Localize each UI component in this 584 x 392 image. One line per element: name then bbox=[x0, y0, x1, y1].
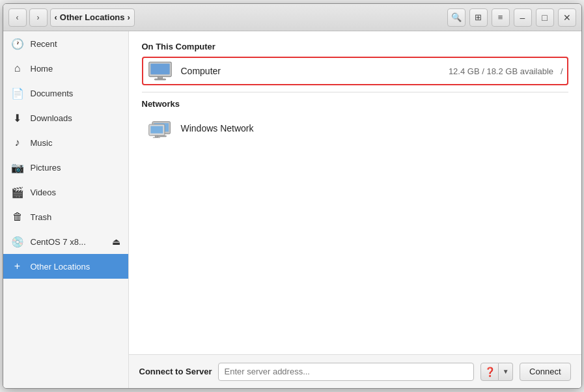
sidebar-icon-downloads: ⬇ bbox=[11, 112, 24, 124]
computer-name: Computer bbox=[181, 66, 221, 76]
sidebar-label-documents: Documents bbox=[31, 89, 120, 98]
view-list-icon: ⊞ bbox=[475, 12, 482, 22]
main-area: 🕐Recent⌂Home📄Documents⬇Downloads♪Music📷P… bbox=[3, 31, 581, 388]
breadcrumb-next-icon: › bbox=[128, 12, 130, 22]
titlebar-controls: 🔍 ⊞ ≡ – □ ✕ bbox=[447, 8, 576, 27]
minimize-icon: – bbox=[520, 12, 525, 23]
sidebar-icon-pictures: 📷 bbox=[11, 161, 24, 174]
sidebar-label-pictures: Pictures bbox=[31, 163, 120, 173]
sidebar-icon-trash: 🗑 bbox=[11, 211, 24, 223]
sidebar-item-centos[interactable]: 💿CentOS 7 x8...⏏ bbox=[3, 229, 128, 254]
sidebar-label-home: Home bbox=[31, 64, 120, 74]
sidebar-icon-centos: 💿 bbox=[11, 236, 24, 248]
location-label: Other Locations bbox=[60, 12, 125, 22]
on-this-computer-title: On This Computer bbox=[142, 42, 568, 51]
sidebar-item-pictures[interactable]: 📷Pictures bbox=[3, 155, 128, 180]
bookmark-button[interactable]: ❓ bbox=[480, 363, 499, 381]
sidebar-icon-videos: 🎬 bbox=[11, 186, 24, 199]
dropdown-button[interactable]: ▼ bbox=[499, 363, 513, 381]
svg-rect-1 bbox=[150, 64, 169, 74]
sidebar-icon-recent: 🕐 bbox=[11, 38, 24, 50]
sidebar: 🕐Recent⌂Home📄Documents⬇Downloads♪Music📷P… bbox=[3, 31, 129, 388]
back-icon: ‹ bbox=[16, 13, 19, 22]
sidebar-icon-documents: 📄 bbox=[11, 87, 24, 100]
eject-icon-centos[interactable]: ⏏ bbox=[112, 236, 120, 247]
svg-rect-2 bbox=[158, 77, 162, 79]
computer-item[interactable]: Computer 12.4 GB / 18.2 GB available / bbox=[142, 57, 568, 85]
server-address-input[interactable] bbox=[218, 363, 474, 381]
breadcrumb-prev-icon: ‹ bbox=[55, 12, 57, 22]
connect-to-server-label: Connect to Server bbox=[139, 367, 212, 376]
forward-icon: › bbox=[37, 13, 40, 22]
view-options-button[interactable]: ≡ bbox=[492, 8, 510, 27]
search-icon: 🔍 bbox=[451, 12, 462, 22]
sidebar-label-music: Music bbox=[31, 138, 120, 148]
sidebar-item-recent[interactable]: 🕐Recent bbox=[3, 31, 128, 56]
sidebar-label-videos: Videos bbox=[31, 188, 120, 197]
location-bar[interactable]: ‹ Other Locations › bbox=[50, 8, 135, 27]
view-list-button[interactable]: ⊞ bbox=[469, 8, 488, 27]
svg-rect-3 bbox=[154, 79, 165, 80]
sidebar-item-music[interactable]: ♪Music bbox=[3, 130, 128, 155]
windows-network-item[interactable]: Windows Network bbox=[142, 114, 568, 143]
close-button[interactable]: ✕ bbox=[558, 8, 576, 27]
svg-rect-10 bbox=[155, 135, 158, 137]
sidebar-label-recent: Recent bbox=[31, 39, 120, 49]
view-options-icon: ≡ bbox=[498, 12, 503, 22]
chevron-down-icon: ▼ bbox=[503, 368, 509, 375]
sidebar-item-videos[interactable]: 🎬Videos bbox=[3, 180, 128, 204]
sidebar-icon-music: ♪ bbox=[11, 137, 24, 148]
sidebar-icon-other-locations: + bbox=[11, 260, 24, 272]
content-scroll: On This Computer bbox=[129, 31, 581, 354]
sidebar-label-centos: CentOS 7 x8... bbox=[31, 237, 105, 247]
file-manager-window: ‹ › ‹ Other Locations › 🔍 ⊞ ≡ – □ bbox=[3, 3, 582, 389]
bottom-bar: Connect to Server ❓ ▼ Connect bbox=[129, 354, 581, 388]
sidebar-icon-home: ⌂ bbox=[11, 63, 24, 74]
section-divider bbox=[142, 92, 568, 92]
back-button[interactable]: ‹ bbox=[8, 8, 27, 27]
computer-icon bbox=[147, 61, 173, 81]
svg-rect-11 bbox=[152, 137, 160, 138]
minimize-button[interactable]: – bbox=[514, 8, 532, 27]
sidebar-item-other-locations[interactable]: +Other Locations bbox=[3, 254, 128, 279]
close-icon: ✕ bbox=[563, 12, 571, 23]
networks-title: Networks bbox=[142, 99, 568, 109]
svg-rect-9 bbox=[150, 126, 163, 133]
connect-button[interactable]: Connect bbox=[520, 363, 570, 381]
forward-button[interactable]: › bbox=[29, 8, 48, 27]
network-name: Windows Network bbox=[181, 123, 254, 133]
network-icon bbox=[147, 118, 173, 139]
sidebar-label-trash: Trash bbox=[31, 212, 120, 222]
search-button[interactable]: 🔍 bbox=[447, 8, 466, 27]
sidebar-item-documents[interactable]: 📄Documents bbox=[3, 81, 128, 105]
bookmark-icon: ❓ bbox=[484, 367, 495, 377]
maximize-icon: □ bbox=[542, 12, 547, 23]
sidebar-item-trash[interactable]: 🗑Trash bbox=[3, 204, 128, 229]
sidebar-label-other-locations: Other Locations bbox=[31, 262, 120, 272]
maximize-button[interactable]: □ bbox=[536, 8, 554, 27]
content-area: On This Computer bbox=[129, 31, 581, 388]
sidebar-item-home[interactable]: ⌂Home bbox=[3, 56, 128, 81]
sidebar-label-downloads: Downloads bbox=[31, 113, 120, 123]
computer-info: 12.4 GB / 18.2 GB available / bbox=[449, 66, 563, 76]
server-input-buttons: ❓ ▼ bbox=[480, 363, 513, 381]
titlebar: ‹ › ‹ Other Locations › 🔍 ⊞ ≡ – □ bbox=[3, 4, 581, 31]
sidebar-item-downloads[interactable]: ⬇Downloads bbox=[3, 105, 128, 130]
